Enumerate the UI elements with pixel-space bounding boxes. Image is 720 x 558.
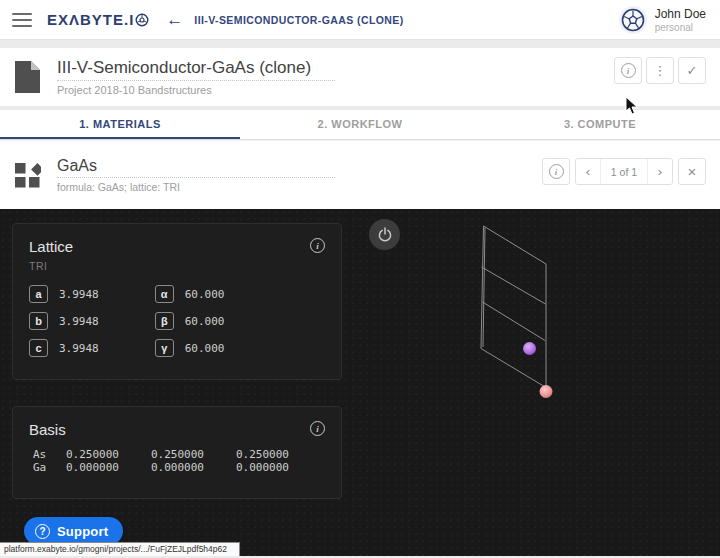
basis-row-ga: Ga 0.000000 0.000000 0.000000	[33, 461, 325, 474]
param-label: c	[29, 339, 48, 357]
param-value[interactable]: 60.000	[185, 315, 225, 328]
fullerene-logo-icon	[135, 13, 149, 27]
material-info-button[interactable]: i	[542, 158, 570, 185]
info-icon: i	[621, 63, 636, 78]
basis-row-as: As 0.250000 0.250000 0.250000	[33, 448, 325, 461]
lattice-param-alpha: α 60.000	[155, 285, 225, 303]
material-name[interactable]: GaAs	[57, 157, 335, 178]
next-material-button[interactable]: ›	[648, 159, 672, 184]
coord-x: 0.250000	[66, 448, 151, 461]
param-value[interactable]: 3.9948	[59, 315, 99, 328]
avatar[interactable]	[619, 6, 647, 34]
param-value[interactable]: 60.000	[185, 342, 225, 355]
user-name: John Doe	[655, 7, 706, 21]
material-pager: ‹ 1 of 1 ›	[575, 158, 673, 185]
status-bar-url: platform.exabyte.io/gmogni/projects/.../…	[0, 542, 240, 556]
lattice-param-c: c 3.9948	[29, 339, 99, 357]
lattice-param-gamma: γ 60.000	[155, 339, 225, 357]
support-label: Support	[57, 524, 108, 539]
app-header: EXΛBYTE.I ← III-V-SEMICONDUCTOR-GAAS (CL…	[0, 0, 720, 40]
user-account: personal	[655, 22, 706, 33]
close-icon: ×	[688, 163, 697, 180]
atom-ga[interactable]	[540, 385, 553, 398]
pager-label: 1 of 1	[600, 159, 648, 184]
page-subtitle: Project 2018-10 Bandstructures	[57, 84, 335, 96]
unit-cell-wireframe	[481, 226, 546, 388]
save-button[interactable]: ✓	[678, 57, 706, 84]
user-block[interactable]: John Doe personal	[655, 7, 706, 33]
hamburger-menu-icon[interactable]	[12, 13, 32, 27]
material-module-icon	[14, 162, 41, 189]
info-icon: i	[549, 164, 564, 179]
lattice-param-a: a 3.9948	[29, 285, 99, 303]
power-icon	[377, 227, 393, 243]
coord-z: 0.000000	[236, 461, 321, 474]
element-symbol: Ga	[33, 461, 66, 474]
param-label: a	[29, 285, 48, 303]
param-label: β	[155, 312, 174, 330]
coord-y: 0.250000	[151, 448, 236, 461]
close-material-button[interactable]: ×	[678, 158, 706, 185]
basis-panel: Basis i As 0.250000 0.250000 0.250000 Ga…	[12, 406, 342, 499]
workflow-steps-tabbar: 1. MATERIALS 2. WORKFLOW 3. COMPUTE	[0, 110, 720, 140]
basis-panel-title: Basis	[29, 421, 66, 438]
divider	[0, 40, 720, 48]
param-label: γ	[155, 339, 174, 357]
more-options-button[interactable]: ⋮	[646, 57, 674, 84]
entity-title-card: III-V-Semiconductor-GaAs (clone) Project…	[0, 48, 720, 106]
param-value[interactable]: 3.9948	[59, 288, 99, 301]
param-value[interactable]: 60.000	[185, 288, 225, 301]
tab-compute[interactable]: 3. COMPUTE	[480, 110, 720, 139]
param-value[interactable]: 3.9948	[59, 342, 99, 355]
exabyte-logo[interactable]: EXΛBYTE.I	[47, 11, 149, 28]
info-button[interactable]: i	[614, 57, 642, 84]
page-title[interactable]: III-V-Semiconductor-GaAs (clone)	[57, 58, 335, 81]
coord-y: 0.000000	[151, 461, 236, 474]
document-icon	[14, 60, 41, 94]
basis-table[interactable]: As 0.250000 0.250000 0.250000 Ga 0.00000…	[29, 448, 325, 474]
logo-text: EXΛBYTE.I	[47, 11, 134, 28]
coord-z: 0.250000	[236, 448, 321, 461]
lattice-info-icon[interactable]: i	[310, 238, 325, 253]
back-arrow-icon[interactable]: ←	[166, 11, 183, 28]
atom-as[interactable]	[523, 342, 536, 355]
kebab-icon: ⋮	[654, 63, 667, 78]
lattice-param-b: b 3.9948	[29, 312, 99, 330]
param-label: α	[155, 285, 174, 303]
check-icon: ✓	[687, 63, 698, 78]
question-icon: ?	[35, 524, 50, 539]
prev-material-button[interactable]: ‹	[576, 159, 600, 184]
fullerene-avatar-icon	[621, 8, 645, 32]
param-label: b	[29, 312, 48, 330]
coord-x: 0.000000	[66, 461, 151, 474]
material-subtitle: formula: GaAs; lattice: TRI	[57, 181, 335, 193]
support-button[interactable]: ? Support	[24, 517, 123, 545]
element-symbol: As	[33, 448, 66, 461]
tab-materials[interactable]: 1. MATERIALS	[0, 110, 240, 139]
lattice-type: TRI	[29, 260, 325, 272]
material-editor-main: Lattice i TRI a 3.9948 b 3.9948 c 3.9948	[0, 209, 720, 556]
lattice-panel-title: Lattice	[29, 238, 73, 255]
viewer-power-button[interactable]	[369, 219, 400, 250]
breadcrumb: III-V-SEMICONDUCTOR-GAAS (CLONE)	[194, 14, 403, 26]
tab-workflow[interactable]: 2. WORKFLOW	[240, 110, 480, 139]
basis-info-icon[interactable]: i	[310, 421, 325, 436]
material-card: GaAs formula: GaAs; lattice: TRI i ‹ 1 o…	[0, 140, 720, 209]
lattice-param-beta: β 60.000	[155, 312, 225, 330]
lattice-panel: Lattice i TRI a 3.9948 b 3.9948 c 3.9948	[12, 223, 342, 380]
